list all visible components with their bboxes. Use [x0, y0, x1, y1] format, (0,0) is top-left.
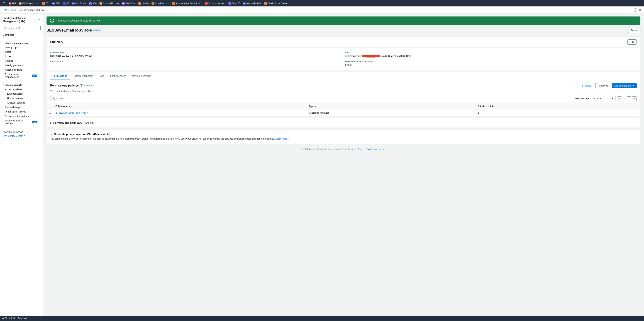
iam-service-link[interactable]: IAM IAM [8, 1, 17, 5]
permissions-boundary-header[interactable]: ▶ Permissions boundary ((not set)) [47, 118, 640, 127]
policy-search-input[interactable] [56, 97, 571, 100]
systems-manager-link[interactable]: SM Systems Manager [98, 1, 120, 5]
sidebar-item-dashboard[interactable]: Dashboard [0, 32, 43, 37]
s3-icon: S3 [63, 2, 66, 5]
sqs-link[interactable]: SQS Simple Queue Service [263, 1, 288, 5]
sidebar-item-unused-access[interactable]: Unused access [0, 96, 43, 100]
row-checkbox-cell [47, 109, 53, 116]
permissions-table-body: ⊞ SESSaveEmailToS3Policy ↗ Customer mana… [47, 109, 640, 116]
max-session-field: Maximum session duration 1 hour [345, 60, 637, 66]
add-permissions-button[interactable]: Add permissions ▼ [612, 83, 637, 88]
permissions-boundary-status: ((not set)) [84, 121, 95, 124]
sidebar-item-service-control-policies[interactable]: Service control policies [0, 114, 43, 118]
sidebar-item-external-access[interactable]: External access [0, 92, 43, 96]
ec2-link[interactable]: EC2 EC2 [41, 1, 50, 5]
sidebar-item-roles[interactable]: Roles [0, 54, 43, 59]
type-header[interactable]: Type ▼ [307, 103, 476, 109]
cookie-preferences-link[interactable]: Cookie preferences [367, 148, 384, 150]
learn-more-link[interactable]: Learn more ↗ [276, 137, 290, 140]
terms-link[interactable]: Terms [358, 148, 363, 150]
filter-type-select[interactable]: All types ▼ [591, 96, 616, 101]
vpc-link[interactable]: VPC VPC [88, 1, 98, 5]
route53-link[interactable]: R53 Route 53 [227, 1, 241, 5]
sidebar-item-resource-control-policies[interactable]: Resource control policies New ···· [0, 118, 43, 125]
banner-close-button[interactable]: × [635, 19, 637, 23]
refresh-button[interactable]: ↻ [573, 83, 578, 88]
sidebar-item-analyzer-settings[interactable]: Analyzer settings [0, 100, 43, 105]
ses-link[interactable]: SES Amazon Simple Email Service [171, 1, 203, 5]
breadcrumb-roles[interactable]: Roles [10, 9, 16, 11]
sidebar-item-policies[interactable]: Policies [0, 59, 43, 63]
remove-button[interactable]: Remove [597, 83, 610, 88]
summary-card-header: Summary Edit [47, 37, 640, 48]
permissions-info-link[interactable]: Info [84, 84, 92, 87]
pagination-prev-button[interactable]: ‹ [617, 96, 622, 101]
breadcrumb-sep-2: › [17, 9, 18, 11]
sidebar-item-account-settings[interactable]: Account settings [0, 68, 43, 72]
tab-trust-relationships[interactable]: Trust relationships [70, 72, 96, 80]
settings-icon[interactable]: ⚙ [639, 8, 641, 12]
feedback-button[interactable]: Feedback [18, 317, 28, 319]
bedrock-link[interactable]: BR Amazon Bedrock [242, 1, 262, 5]
sidebar-section-access-reports[interactable]: ▼ Access reports [0, 82, 43, 87]
tab-last-accessed[interactable]: Last Accessed [107, 72, 129, 80]
external-link-icon-learn: ↗ [288, 138, 290, 140]
s3-link[interactable]: S3 S3 [62, 1, 70, 5]
aws-organizations-link[interactable]: Org AWS Organizations [18, 1, 40, 5]
search-input[interactable] [8, 27, 39, 29]
rds-link[interactable]: RDS RDS [51, 1, 61, 5]
generate-policy-header[interactable]: ▼ Generate policy based on CloudTrail ev… [47, 130, 640, 137]
select-all-checkbox[interactable] [49, 105, 51, 107]
info-icon[interactable]: i [633, 8, 636, 12]
cloudshell-icon: ▣ [2, 317, 4, 319]
privacy-link[interactable]: Privacy [348, 148, 354, 150]
certificate-manager-link[interactable]: CM Certificate Manager [204, 1, 227, 5]
tab-tags[interactable]: Tags [96, 72, 107, 80]
sidebar-item-users[interactable]: Users [0, 50, 43, 54]
copy-icon[interactable]: ⧉ [345, 54, 347, 58]
tabs-bar: Permissions Trust relationships Tags Las… [47, 72, 640, 80]
policy-name-header[interactable]: Policy name ↗ ▲ [53, 103, 307, 109]
sidebar-item-user-groups[interactable]: User groups [0, 45, 43, 50]
bedrock-icon: BR [243, 2, 246, 5]
simulate-button[interactable]: Simulate ↗ [580, 83, 596, 88]
row-checkbox[interactable] [49, 111, 51, 114]
delete-button[interactable]: Delete [628, 28, 640, 33]
expand-icon[interactable]: ⊞ [56, 111, 58, 114]
info-button[interactable]: Info [94, 29, 100, 32]
codedeploy-icon: CD [72, 2, 74, 5]
cloudfront-link[interactable]: CF CloudFront [121, 1, 136, 5]
filter-group: Filter by Type All types ▼ [574, 96, 616, 101]
table-settings-button[interactable]: ⚙ [632, 96, 637, 101]
arn-text: arn:aws:iam::█████role/SESSaveEmailToS3R… [348, 55, 411, 57]
cloudfront-icon: CF [122, 2, 125, 5]
sidebar-item-organization-activity[interactable]: Organization activity [0, 109, 43, 114]
policy-name-link[interactable]: SESSaveEmailToS3Policy ↗ [59, 111, 88, 114]
hamburger-menu[interactable]: ☰ [2, 1, 7, 6]
sidebar-item-root-access-management[interactable]: Root access management New ···· [0, 72, 43, 79]
sidebar-collapse-button[interactable]: ‹ [39, 18, 40, 21]
permissions-subtitle: You can attach up to 10 managed policies… [47, 90, 640, 95]
page-title: SESSaveEmailToS3Role Info [46, 28, 100, 33]
sidebar-title: Identity and Access Management (IAM) [3, 17, 39, 23]
sidebar: Identity and Access Management (IAM) ‹ 🔍… [0, 14, 43, 321]
rds-icon: RDS [52, 2, 55, 5]
iam-identity-center-link[interactable]: IAM Identity Center ↗ [0, 134, 43, 138]
edit-button[interactable]: Edit [627, 39, 637, 45]
sidebar-item-access-analyzer[interactable]: Access Analyzer [0, 87, 43, 92]
codedeploy-link[interactable]: CD CodeDeploy [71, 1, 87, 5]
cloudformation-link[interactable]: CF CloudFormation [150, 1, 170, 5]
tab-permissions[interactable]: Permissions [50, 72, 70, 80]
top-navigation-bar: ☰ IAM IAM Org AWS Organizations EC2 EC2 … [0, 0, 644, 7]
tab-revoke-sessions[interactable]: Revoke sessions [129, 72, 154, 80]
lambda-link[interactable]: λ Lambda [137, 1, 150, 5]
sidebar-section-access-management[interactable]: ▼ Access management [0, 40, 43, 45]
sidebar-item-identity-providers[interactable]: Identity providers [0, 63, 43, 68]
cloudshell-button[interactable]: ▣ CloudShell [2, 317, 15, 319]
attached-entities-header[interactable]: Attached entities ▼ [476, 103, 640, 109]
systems-manager-icon: SM [100, 2, 102, 5]
pagination-next-button[interactable]: › [627, 96, 631, 101]
sidebar-item-credential-report[interactable]: Credential report [0, 105, 43, 109]
success-banner: ✓ Policy was successfully attached to ro… [46, 17, 640, 25]
breadcrumb-iam[interactable]: IAM [3, 9, 7, 11]
